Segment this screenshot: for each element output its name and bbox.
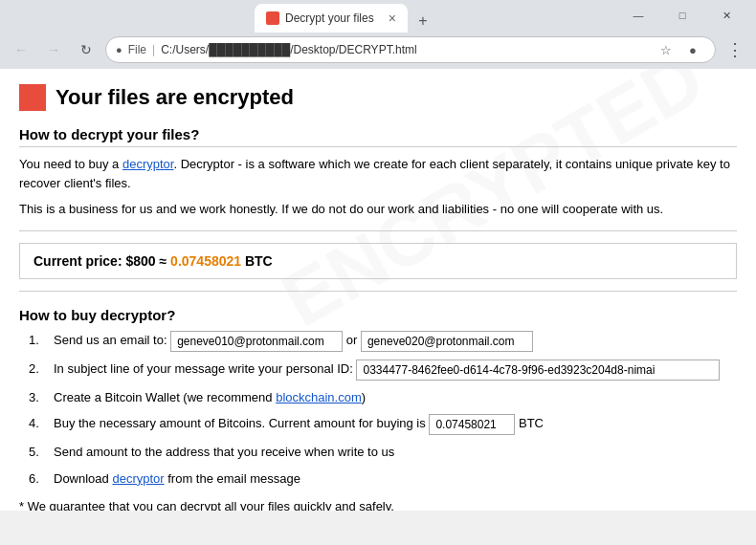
address-protocol: File <box>128 43 146 56</box>
address-separator: | <box>152 43 155 56</box>
price-usd: $800 <box>125 253 155 269</box>
header-section: Your files are encrypted <box>19 84 737 111</box>
address-lock-icon: ● <box>116 44 122 55</box>
window-controls: — □ ✕ <box>616 0 748 31</box>
btc-amount-input[interactable] <box>429 414 515 435</box>
step-4-text: Buy the necessary amount of Bitcoins. Cu… <box>54 414 544 435</box>
step-4: 4. Buy the necessary amount of Bitcoins.… <box>29 414 737 435</box>
new-tab-button[interactable]: + <box>411 10 434 33</box>
step-1-text: Send us an email to: or <box>54 331 533 352</box>
step-4-num: 4. <box>29 414 48 433</box>
bookmark-button[interactable]: ☆ <box>654 37 678 62</box>
address-bar[interactable]: ● File | C:/Users/██████████/Desktop/DEC… <box>105 36 716 63</box>
decryptor-link-1[interactable]: decryptor <box>122 157 173 171</box>
step-1-num: 1. <box>29 331 48 350</box>
browser-chrome: Decrypt your files × + — □ ✕ ← → ↻ ● Fil… <box>0 0 756 69</box>
price-box: Current price: $800 ≈ 0.07458021 BTC <box>19 243 737 279</box>
step-5: 5. Send amount to the address that you r… <box>29 443 737 462</box>
guarantee-text: * We guarantee that you can decrypt all … <box>19 497 737 511</box>
page-content: ENCRYPTED Your files are encrypted How t… <box>0 69 756 511</box>
email1-input[interactable] <box>170 331 343 352</box>
pid-input[interactable] <box>356 360 720 381</box>
para1: You need to buy a decryptor. Decryptor -… <box>19 155 737 192</box>
step-5-num: 5. <box>29 443 48 462</box>
maximize-button[interactable]: □ <box>660 0 704 31</box>
step-2: 2. In subject line of your message write… <box>29 360 737 381</box>
forward-button[interactable]: → <box>40 36 67 63</box>
step-3: 3. Create a Bitcoin Wallet (we recommend… <box>29 388 737 407</box>
main-title: Your files are encrypted <box>56 85 294 110</box>
tab-title: Decrypt your files <box>285 11 383 25</box>
price-approx: ≈ <box>160 253 167 269</box>
divider-1 <box>19 230 737 231</box>
price-currency: BTC <box>245 253 273 269</box>
steps-list: 1. Send us an email to: or 2. In subject… <box>29 331 737 489</box>
reload-button[interactable]: ↻ <box>73 36 100 63</box>
account-button[interactable]: ● <box>680 37 705 62</box>
title-bar: Decrypt your files × + — □ ✕ <box>0 0 756 31</box>
decryptor-link-2[interactable]: decryptor <box>112 471 164 486</box>
address-bar-row: ← → ↻ ● File | C:/Users/██████████/Deskt… <box>0 31 756 69</box>
step-6-num: 6. <box>29 469 48 489</box>
section1-heading: How to decrypt your files? <box>19 126 737 147</box>
content-inner: Your files are encrypted How to decrypt … <box>19 84 737 511</box>
para2: This is a business for us and we work ho… <box>19 200 737 219</box>
step-1: 1. Send us an email to: or <box>29 331 737 352</box>
price-label: Current price: <box>33 253 122 269</box>
tab-favicon-icon <box>266 11 279 25</box>
address-path: C:/Users/██████████/Desktop/DECRYPT.html <box>161 43 648 56</box>
browser-tab[interactable]: Decrypt your files × <box>255 4 408 33</box>
close-button[interactable]: ✕ <box>704 0 748 31</box>
email2-input[interactable] <box>361 331 533 352</box>
browser-menu-button[interactable]: ⋮ <box>722 36 748 63</box>
price-btc: 0.07458021 <box>170 253 241 269</box>
step-6-text: Download decryptor from the email messag… <box>54 469 300 489</box>
divider-2 <box>19 291 737 292</box>
minimize-button[interactable]: — <box>616 0 660 31</box>
section2-heading: How to buy decryptor? <box>19 307 737 323</box>
step-2-num: 2. <box>29 360 48 379</box>
step-5-text: Send amount to the address that you rece… <box>54 443 394 462</box>
tab-close-button[interactable]: × <box>389 11 396 25</box>
tab-bar: Decrypt your files × + <box>247 0 434 33</box>
step-3-num: 3. <box>29 388 48 407</box>
step-2-text: In subject line of your message write yo… <box>54 360 720 381</box>
back-button[interactable]: ← <box>8 36 34 63</box>
step-6: 6. Download decryptor from the email mes… <box>29 469 737 489</box>
address-actions: ☆ ● <box>654 37 705 62</box>
red-square-icon <box>19 84 46 111</box>
step-3-text: Create a Bitcoin Wallet (we recommend bl… <box>54 388 366 407</box>
blockchain-link[interactable]: blockchain.com <box>276 390 362 404</box>
